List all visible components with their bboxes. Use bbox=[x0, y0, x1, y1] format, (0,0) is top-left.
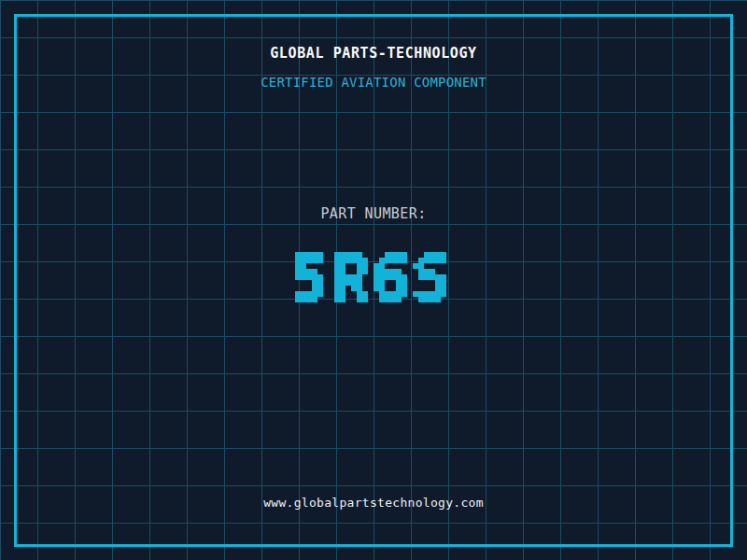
part-number-label: PART NUMBER: bbox=[0, 205, 747, 222]
certificate-screen: { "theme": { "background": "#0f1a2b", "g… bbox=[0, 0, 747, 560]
company-title: GLOBAL PARTS-TECHNOLOGY bbox=[0, 45, 747, 62]
website-url: www.globalpartstechnology.com bbox=[0, 496, 747, 510]
part-number-display bbox=[278, 241, 469, 319]
certification-subtitle: CERTIFIED AVIATION COMPONENT bbox=[0, 75, 747, 90]
part-number-value: 5R6S bbox=[0, 0, 1, 1]
